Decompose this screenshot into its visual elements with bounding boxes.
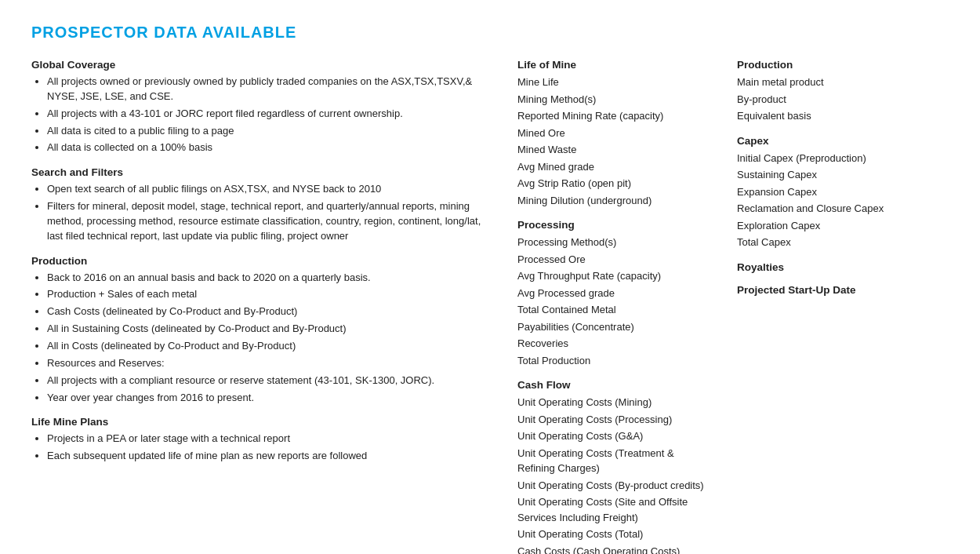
far-right-section-3: Projected Start-Up Date bbox=[737, 284, 949, 296]
far-right-section-heading-2: Royalties bbox=[737, 261, 949, 273]
far-right-section-heading-0: Production bbox=[737, 59, 949, 71]
left-section-2: ProductionBack to 2016 on an annual basi… bbox=[31, 255, 494, 406]
left-section-0: Global CoverageAll projects owned or pre… bbox=[31, 59, 494, 155]
mid-item-2-2: Unit Operating Costs (G&A) bbox=[517, 428, 713, 444]
mid-item-1-1: Processed Ore bbox=[517, 252, 713, 268]
far-right-item-1-3: Reclamation and Closure Capex bbox=[737, 201, 949, 217]
far-right-item-1-2: Expansion Capex bbox=[737, 184, 949, 200]
left-section-3: Life Mine PlansProjects in a PEA or late… bbox=[31, 416, 494, 464]
left-item-2-5: Resources and Reserves: bbox=[47, 356, 494, 371]
mid-item-2-3: Unit Operating Costs (Treatment & Refini… bbox=[517, 446, 713, 476]
mid-item-0-7: Mining Dilution (underground) bbox=[517, 193, 713, 209]
far-right-section-2: Royalties bbox=[737, 261, 949, 273]
far-right-section-0: ProductionMain metal productBy-productEq… bbox=[737, 59, 949, 124]
mid-item-0-1: Mining Method(s) bbox=[517, 92, 713, 108]
far-right-item-0-1: By-product bbox=[737, 92, 949, 108]
mid-item-1-4: Total Contained Metal bbox=[517, 302, 713, 318]
far-right-section-1: CapexInitial Capex (Preproduction)Sustai… bbox=[737, 135, 949, 250]
mid-section-1: ProcessingProcessing Method(s)Processed … bbox=[517, 219, 713, 368]
page-title: PROSPECTOR DATA AVAILABLE bbox=[31, 24, 949, 42]
left-item-3-1: Each subsequent updated life of mine pla… bbox=[47, 449, 494, 464]
left-item-2-7: Year over year changes from 2016 to pres… bbox=[47, 391, 494, 406]
mid-item-1-2: Avg Throughput Rate (capacity) bbox=[517, 268, 713, 284]
mid-section-heading-2: Cash Flow bbox=[517, 379, 713, 391]
far-right-section-heading-3: Projected Start-Up Date bbox=[737, 284, 949, 296]
far-right-item-1-0: Initial Capex (Preproduction) bbox=[737, 151, 949, 166]
mid-item-2-1: Unit Operating Costs (Processing) bbox=[517, 412, 713, 428]
mid-section-heading-0: Life of Mine bbox=[517, 59, 713, 71]
far-right-column: ProductionMain metal productBy-productEq… bbox=[737, 59, 949, 554]
mid-item-1-7: Total Production bbox=[517, 353, 713, 369]
left-item-1-1: Filters for mineral, deposit model, stag… bbox=[47, 199, 494, 244]
mid-item-2-4: Unit Operating Costs (By-product credits… bbox=[517, 478, 713, 494]
left-item-2-1: Production + Sales of each metal bbox=[47, 287, 494, 302]
left-item-0-1: All projects with a 43-101 or JORC repor… bbox=[47, 107, 494, 122]
far-right-item-1-4: Exploration Capex bbox=[737, 218, 949, 234]
mid-column: Life of MineMine LifeMining Method(s)Rep… bbox=[517, 59, 737, 554]
mid-item-2-6: Unit Operating Costs (Total) bbox=[517, 527, 713, 542]
mid-item-0-2: Reported Mining Rate (capacity) bbox=[517, 108, 713, 124]
left-column: Global CoverageAll projects owned or pre… bbox=[31, 59, 517, 554]
mid-item-1-5: Payabilities (Concentrate) bbox=[517, 319, 713, 335]
left-item-0-3: All data is collected on a 100% basis bbox=[47, 140, 494, 155]
mid-item-0-3: Mined Ore bbox=[517, 126, 713, 141]
mid-item-2-5: Unit Operating Costs (Site and Offsite S… bbox=[517, 494, 713, 525]
left-item-0-0: All projects owned or previously owned b… bbox=[47, 75, 494, 104]
far-right-item-0-2: Equivalent basis bbox=[737, 108, 949, 124]
left-item-1-0: Open text search of all public filings o… bbox=[47, 182, 494, 197]
left-item-0-2: All data is cited to a public filing to … bbox=[47, 124, 494, 139]
far-right-item-1-5: Total Capex bbox=[737, 235, 949, 250]
mid-item-0-0: Mine Life bbox=[517, 75, 713, 90]
far-right-section-heading-1: Capex bbox=[737, 135, 949, 147]
mid-item-1-0: Processing Method(s) bbox=[517, 235, 713, 250]
left-section-heading-3: Life Mine Plans bbox=[31, 416, 494, 428]
mid-section-0: Life of MineMine LifeMining Method(s)Rep… bbox=[517, 59, 713, 208]
far-right-item-1-1: Sustaining Capex bbox=[737, 167, 949, 183]
left-item-2-6: All projects with a compliant resource o… bbox=[47, 374, 494, 388]
left-section-1: Search and FiltersOpen text search of al… bbox=[31, 166, 494, 243]
mid-item-0-6: Avg Strip Ratio (open pit) bbox=[517, 176, 713, 191]
left-section-heading-1: Search and Filters bbox=[31, 166, 494, 178]
mid-item-0-4: Mined Waste bbox=[517, 142, 713, 158]
far-right-item-0-0: Main metal product bbox=[737, 75, 949, 90]
mid-item-2-0: Unit Operating Costs (Mining) bbox=[517, 395, 713, 410]
left-item-2-4: All in Costs (delineated by Co-Product a… bbox=[47, 339, 494, 354]
left-section-heading-2: Production bbox=[31, 255, 494, 267]
mid-item-1-3: Avg Processed grade bbox=[517, 286, 713, 301]
left-item-2-0: Back to 2016 on an annual basis and back… bbox=[47, 271, 494, 286]
left-item-2-3: All in Sustaining Costs (delineated by C… bbox=[47, 322, 494, 337]
left-item-2-2: Cash Costs (delineated by Co-Product and… bbox=[47, 304, 494, 319]
left-section-heading-0: Global Coverage bbox=[31, 59, 494, 71]
left-item-3-0: Projects in a PEA or later stage with a … bbox=[47, 432, 494, 446]
mid-section-heading-1: Processing bbox=[517, 219, 713, 231]
mid-item-2-7: Cash Costs (Cash Operating Costs) bbox=[517, 544, 713, 555]
mid-section-2: Cash FlowUnit Operating Costs (Mining)Un… bbox=[517, 379, 713, 554]
mid-item-1-6: Recoveries bbox=[517, 336, 713, 352]
mid-item-0-5: Avg Mined grade bbox=[517, 159, 713, 175]
